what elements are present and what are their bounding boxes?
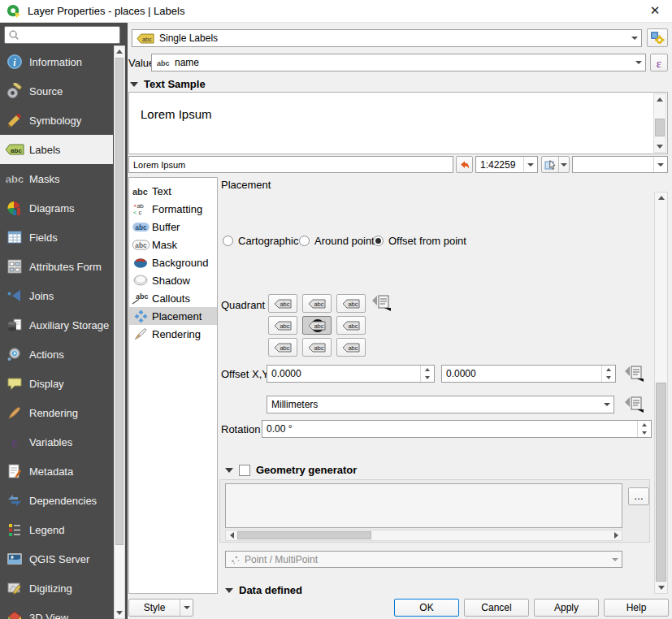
scroll-left-arrow[interactable] xyxy=(226,530,237,540)
apply-button[interactable]: Apply xyxy=(534,599,599,617)
scroll-down-arrow[interactable] xyxy=(654,141,665,152)
tab-buffer[interactable]: abcBuffer xyxy=(129,218,217,236)
sidebar-item-legend[interactable]: Legend xyxy=(0,515,113,544)
expression-h-scrollbar[interactable] xyxy=(225,530,622,541)
expression-browse-button[interactable]: … xyxy=(628,487,649,505)
scrollbar-thumb[interactable] xyxy=(656,383,666,582)
close-icon[interactable]: ✕ xyxy=(646,3,664,19)
sidebar-item-auxiliary-storage[interactable]: Auxiliary Storage xyxy=(0,310,113,340)
geometry-generator-section-header[interactable]: Geometry generator xyxy=(225,464,357,476)
tab-mask[interactable]: abcMask xyxy=(129,236,217,253)
ok-button[interactable]: OK xyxy=(394,599,459,617)
sidebar-item-fields[interactable]: Fields xyxy=(0,223,113,252)
sample-scrollbar[interactable] xyxy=(653,93,666,153)
scrollbar-thumb[interactable] xyxy=(655,119,665,136)
spin-buttons[interactable] xyxy=(601,366,615,382)
sidebar-item-metadata[interactable]: Metadata xyxy=(0,457,113,486)
radio-icon[interactable] xyxy=(299,236,310,246)
radio-offset-from-point[interactable]: Offset from point xyxy=(373,235,466,247)
scroll-right-arrow[interactable] xyxy=(610,530,622,540)
reset-sample-button[interactable] xyxy=(456,156,473,173)
tab-formatting[interactable]: +ab< cFormatting xyxy=(129,200,217,218)
units-data-defined-override-icon[interactable] xyxy=(623,396,644,413)
quadrant-above-left-button[interactable]: abc xyxy=(268,294,297,313)
scroll-down-arrow[interactable] xyxy=(115,608,124,618)
quadrant-label: Quadrant xyxy=(221,299,265,311)
sidebar-search[interactable] xyxy=(4,26,120,44)
sidebar-item-masks[interactable]: abcMasks xyxy=(0,164,113,193)
dropdown-arrow-icon[interactable] xyxy=(558,157,569,172)
radio-cartographic[interactable]: Cartographic xyxy=(223,235,298,247)
scroll-up-arrow[interactable] xyxy=(115,46,124,57)
sidebar-item-labels[interactable]: abcLabels xyxy=(0,135,113,164)
help-button[interactable]: Help xyxy=(604,599,669,617)
radio-around-point[interactable]: Around point xyxy=(299,235,375,247)
tab-shadow[interactable]: Shadow xyxy=(129,271,217,289)
style-menu-button[interactable]: Style xyxy=(128,599,193,617)
radio-icon[interactable] xyxy=(223,236,233,246)
quadrant-below-right-button[interactable]: abc xyxy=(336,338,366,357)
rotation-spinbox[interactable]: 0.00 ° xyxy=(262,420,652,438)
sidebar-item-source[interactable]: Source xyxy=(0,76,113,106)
metadata-icon xyxy=(7,463,23,479)
quadrant-data-defined-override-icon[interactable] xyxy=(371,295,392,311)
sidebar-item-diagrams[interactable]: Diagrams xyxy=(0,193,113,223)
quadrant-left-button[interactable]: abc xyxy=(268,316,297,335)
tab-text[interactable]: abcText xyxy=(129,182,217,200)
quadrant-right-button[interactable]: abc xyxy=(336,316,366,335)
dropdown-arrow-icon[interactable] xyxy=(180,600,193,616)
offset-y-spinbox[interactable]: 0.0000 xyxy=(441,365,616,383)
sidebar-item-actions[interactable]: Actions xyxy=(0,340,113,369)
map-settings-button[interactable] xyxy=(541,156,570,173)
sidebar-item-symbology[interactable]: Symbology xyxy=(0,106,113,135)
search-input[interactable] xyxy=(20,29,119,41)
tab-rendering[interactable]: Rendering xyxy=(129,325,217,343)
sidebar-scrollbar[interactable] xyxy=(114,45,125,619)
3d-view-icon xyxy=(7,609,23,619)
sidebar-item-variables[interactable]: εVariables xyxy=(0,427,113,457)
geometry-type-combobox[interactable]: Point / MultiPoint xyxy=(225,551,622,568)
preview-background-combobox[interactable] xyxy=(572,156,668,173)
scroll-up-arrow[interactable] xyxy=(655,193,667,203)
spin-buttons[interactable] xyxy=(637,421,651,437)
offset-units-combobox[interactable]: Millimeters xyxy=(267,396,614,413)
quadrant-above-button[interactable]: abc xyxy=(302,294,332,313)
sidebar-item-qgis-server[interactable]: QGIS Server xyxy=(0,544,113,574)
sidebar-item-digitizing[interactable]: Digitizing xyxy=(0,574,113,603)
tab-placement[interactable]: Placement xyxy=(129,307,217,325)
tab-background[interactable]: Background xyxy=(129,253,217,271)
sidebar-item-display[interactable]: Display xyxy=(0,369,113,398)
scroll-down-arrow[interactable] xyxy=(655,582,667,593)
automated-placement-settings-button[interactable] xyxy=(647,28,668,47)
value-field-combobox[interactable]: abc name xyxy=(151,54,646,71)
text-sample-section-header[interactable]: Text Sample xyxy=(130,78,206,90)
quadrant-over-button[interactable]: abc xyxy=(302,316,332,335)
quadrant-below-button[interactable]: abc xyxy=(302,338,332,357)
sidebar-item-3d-view[interactable]: 3D View xyxy=(0,603,113,619)
placement-panel-scrollbar[interactable] xyxy=(654,192,668,594)
offset-x-spinbox[interactable]: 0.0000 xyxy=(267,365,435,383)
sidebar-item-joins[interactable]: Joins xyxy=(0,281,113,310)
label-mode-combobox[interactable]: abc Single Labels xyxy=(132,29,642,47)
scrollbar-thumb[interactable] xyxy=(237,531,371,539)
spin-buttons[interactable] xyxy=(420,366,434,382)
cancel-button[interactable]: Cancel xyxy=(464,599,529,617)
sidebar-item-dependencies[interactable]: Dependencies xyxy=(0,486,113,515)
sidebar-item-information[interactable]: iInformation xyxy=(0,47,113,76)
geometry-expression-editor[interactable] xyxy=(225,483,622,528)
offset-data-defined-override-icon[interactable] xyxy=(623,366,644,382)
quadrant-below-left-button[interactable]: abc xyxy=(268,338,297,357)
sidebar-item-attributes-form[interactable]: Attributes Form xyxy=(0,252,113,281)
quadrant-above-right-button[interactable]: abc xyxy=(336,294,366,313)
scale-combobox[interactable]: 1:42259 xyxy=(475,156,538,173)
data-defined-section-header[interactable]: Data defined xyxy=(225,584,302,596)
sidebar-item-rendering[interactable]: Rendering xyxy=(0,398,113,427)
abc-tag-icon: abc xyxy=(273,342,293,353)
tab-callouts[interactable]: abcCallouts xyxy=(129,289,217,307)
scroll-up-arrow[interactable] xyxy=(654,94,665,105)
scrollbar-thumb[interactable] xyxy=(115,58,124,545)
expression-builder-button[interactable]: ε xyxy=(650,54,668,71)
radio-icon[interactable] xyxy=(373,236,384,246)
sample-text-input[interactable]: Lorem Ipsum xyxy=(128,156,453,173)
geometry-generator-checkbox[interactable] xyxy=(239,465,250,476)
